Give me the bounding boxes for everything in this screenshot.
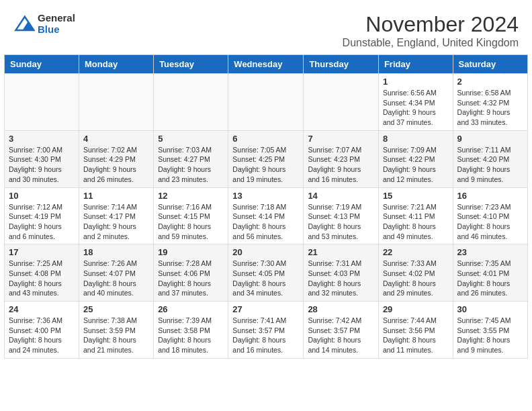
calendar-cell: 5Sunrise: 7:03 AM Sunset: 4:27 PM Daylig… bbox=[154, 130, 228, 187]
day-info: Sunrise: 7:33 AM Sunset: 4:02 PM Dayligh… bbox=[383, 259, 449, 298]
day-info: Sunrise: 7:28 AM Sunset: 4:06 PM Dayligh… bbox=[158, 259, 224, 298]
day-number: 12 bbox=[158, 191, 224, 201]
day-number: 14 bbox=[308, 191, 373, 201]
calendar-day-header: Sunday bbox=[5, 55, 79, 74]
day-number: 28 bbox=[308, 304, 373, 314]
calendar-cell: 19Sunrise: 7:28 AM Sunset: 4:06 PM Dayli… bbox=[154, 244, 228, 302]
calendar-table: SundayMondayTuesdayWednesdayThursdayFrid… bbox=[4, 54, 528, 359]
day-info: Sunrise: 7:21 AM Sunset: 4:11 PM Dayligh… bbox=[383, 202, 449, 242]
day-info: Sunrise: 7:11 AM Sunset: 4:20 PM Dayligh… bbox=[457, 145, 523, 185]
calendar-week-row: 17Sunrise: 7:25 AM Sunset: 4:08 PM Dayli… bbox=[5, 244, 528, 302]
day-info: Sunrise: 7:18 AM Sunset: 4:14 PM Dayligh… bbox=[232, 202, 299, 242]
day-number: 30 bbox=[457, 304, 523, 314]
calendar-cell bbox=[5, 74, 79, 131]
day-number: 7 bbox=[308, 134, 373, 144]
day-info: Sunrise: 7:00 AM Sunset: 4:30 PM Dayligh… bbox=[9, 145, 75, 185]
day-number: 20 bbox=[232, 247, 299, 257]
calendar-cell: 7Sunrise: 7:07 AM Sunset: 4:23 PM Daylig… bbox=[304, 130, 378, 187]
day-number: 10 bbox=[9, 191, 75, 201]
calendar-day-header: Thursday bbox=[304, 55, 378, 74]
calendar-cell bbox=[154, 74, 228, 131]
day-number: 18 bbox=[83, 247, 149, 257]
day-info: Sunrise: 7:09 AM Sunset: 4:22 PM Dayligh… bbox=[383, 145, 449, 185]
calendar-cell: 12Sunrise: 7:16 AM Sunset: 4:15 PM Dayli… bbox=[154, 187, 228, 244]
calendar-cell: 23Sunrise: 7:35 AM Sunset: 4:01 PM Dayli… bbox=[453, 244, 527, 302]
day-info: Sunrise: 6:58 AM Sunset: 4:32 PM Dayligh… bbox=[457, 88, 523, 128]
page-header: General Blue November 2024 Dunstable, En… bbox=[0, 0, 532, 54]
calendar-cell: 29Sunrise: 7:44 AM Sunset: 3:56 PM Dayli… bbox=[378, 302, 453, 359]
day-info: Sunrise: 7:44 AM Sunset: 3:56 PM Dayligh… bbox=[383, 316, 449, 355]
day-number: 26 bbox=[158, 304, 224, 314]
logo-blue: Blue bbox=[38, 24, 75, 35]
day-info: Sunrise: 7:14 AM Sunset: 4:17 PM Dayligh… bbox=[83, 202, 149, 242]
calendar-cell: 6Sunrise: 7:05 AM Sunset: 4:25 PM Daylig… bbox=[228, 130, 304, 187]
title-area: November 2024 Dunstable, England, United… bbox=[343, 12, 519, 49]
day-info: Sunrise: 7:35 AM Sunset: 4:01 PM Dayligh… bbox=[457, 259, 523, 298]
calendar-cell: 16Sunrise: 7:23 AM Sunset: 4:10 PM Dayli… bbox=[453, 187, 527, 244]
calendar-day-header: Saturday bbox=[453, 55, 527, 74]
day-info: Sunrise: 7:07 AM Sunset: 4:23 PM Dayligh… bbox=[308, 145, 373, 185]
calendar-cell bbox=[304, 74, 378, 131]
logo-general: General bbox=[38, 12, 75, 24]
day-info: Sunrise: 7:23 AM Sunset: 4:10 PM Dayligh… bbox=[457, 202, 523, 242]
day-info: Sunrise: 7:30 AM Sunset: 4:05 PM Dayligh… bbox=[232, 259, 299, 298]
logo-icon bbox=[13, 14, 35, 33]
day-number: 19 bbox=[158, 247, 224, 257]
calendar-cell: 11Sunrise: 7:14 AM Sunset: 4:17 PM Dayli… bbox=[79, 187, 154, 244]
day-number: 22 bbox=[383, 247, 449, 257]
day-number: 16 bbox=[457, 191, 523, 201]
calendar-cell: 27Sunrise: 7:41 AM Sunset: 3:57 PM Dayli… bbox=[228, 302, 304, 359]
calendar-cell bbox=[79, 74, 154, 131]
day-number: 9 bbox=[457, 134, 523, 144]
day-info: Sunrise: 7:12 AM Sunset: 4:19 PM Dayligh… bbox=[9, 202, 75, 242]
calendar-cell: 18Sunrise: 7:26 AM Sunset: 4:07 PM Dayli… bbox=[79, 244, 154, 302]
logo: General Blue bbox=[13, 12, 75, 35]
day-number: 15 bbox=[383, 191, 449, 201]
calendar-cell: 4Sunrise: 7:02 AM Sunset: 4:29 PM Daylig… bbox=[79, 130, 154, 187]
day-info: Sunrise: 7:45 AM Sunset: 3:55 PM Dayligh… bbox=[457, 316, 523, 355]
day-info: Sunrise: 7:19 AM Sunset: 4:13 PM Dayligh… bbox=[308, 202, 373, 242]
day-number: 24 bbox=[9, 304, 75, 314]
calendar-cell: 2Sunrise: 6:58 AM Sunset: 4:32 PM Daylig… bbox=[453, 74, 527, 131]
calendar-cell: 3Sunrise: 7:00 AM Sunset: 4:30 PM Daylig… bbox=[5, 130, 79, 187]
day-info: Sunrise: 7:42 AM Sunset: 3:57 PM Dayligh… bbox=[308, 316, 373, 355]
day-info: Sunrise: 7:26 AM Sunset: 4:07 PM Dayligh… bbox=[83, 259, 149, 298]
calendar-day-header: Friday bbox=[378, 55, 453, 74]
calendar-cell: 14Sunrise: 7:19 AM Sunset: 4:13 PM Dayli… bbox=[304, 187, 378, 244]
day-info: Sunrise: 7:05 AM Sunset: 4:25 PM Dayligh… bbox=[232, 145, 299, 185]
day-number: 1 bbox=[383, 77, 449, 87]
day-info: Sunrise: 7:02 AM Sunset: 4:29 PM Dayligh… bbox=[83, 145, 149, 185]
calendar-week-row: 10Sunrise: 7:12 AM Sunset: 4:19 PM Dayli… bbox=[5, 187, 528, 244]
calendar-cell: 15Sunrise: 7:21 AM Sunset: 4:11 PM Dayli… bbox=[378, 187, 453, 244]
day-info: Sunrise: 7:16 AM Sunset: 4:15 PM Dayligh… bbox=[158, 202, 224, 242]
day-info: Sunrise: 7:41 AM Sunset: 3:57 PM Dayligh… bbox=[232, 316, 299, 355]
day-number: 11 bbox=[83, 191, 149, 201]
calendar-header-row: SundayMondayTuesdayWednesdayThursdayFrid… bbox=[5, 55, 528, 74]
calendar-cell: 17Sunrise: 7:25 AM Sunset: 4:08 PM Dayli… bbox=[5, 244, 79, 302]
calendar-day-header: Tuesday bbox=[154, 55, 228, 74]
calendar-cell: 26Sunrise: 7:39 AM Sunset: 3:58 PM Dayli… bbox=[154, 302, 228, 359]
calendar-wrapper: SundayMondayTuesdayWednesdayThursdayFrid… bbox=[0, 54, 532, 363]
calendar-cell: 25Sunrise: 7:38 AM Sunset: 3:59 PM Dayli… bbox=[79, 302, 154, 359]
calendar-week-row: 24Sunrise: 7:36 AM Sunset: 4:00 PM Dayli… bbox=[5, 302, 528, 359]
month-title: November 2024 bbox=[343, 12, 519, 37]
calendar-cell: 9Sunrise: 7:11 AM Sunset: 4:20 PM Daylig… bbox=[453, 130, 527, 187]
day-number: 17 bbox=[9, 247, 75, 257]
day-number: 6 bbox=[232, 134, 299, 144]
day-number: 25 bbox=[83, 304, 149, 314]
calendar-week-row: 1Sunrise: 6:56 AM Sunset: 4:34 PM Daylig… bbox=[5, 74, 528, 131]
day-number: 27 bbox=[232, 304, 299, 314]
day-info: Sunrise: 7:39 AM Sunset: 3:58 PM Dayligh… bbox=[158, 316, 224, 355]
day-info: Sunrise: 7:36 AM Sunset: 4:00 PM Dayligh… bbox=[9, 316, 75, 355]
day-info: Sunrise: 7:03 AM Sunset: 4:27 PM Dayligh… bbox=[158, 145, 224, 185]
calendar-cell: 10Sunrise: 7:12 AM Sunset: 4:19 PM Dayli… bbox=[5, 187, 79, 244]
calendar-week-row: 3Sunrise: 7:00 AM Sunset: 4:30 PM Daylig… bbox=[5, 130, 528, 187]
calendar-cell: 28Sunrise: 7:42 AM Sunset: 3:57 PM Dayli… bbox=[304, 302, 378, 359]
calendar-cell: 21Sunrise: 7:31 AM Sunset: 4:03 PM Dayli… bbox=[304, 244, 378, 302]
day-number: 2 bbox=[457, 77, 523, 87]
calendar-cell: 22Sunrise: 7:33 AM Sunset: 4:02 PM Dayli… bbox=[378, 244, 453, 302]
calendar-day-header: Monday bbox=[79, 55, 154, 74]
day-number: 21 bbox=[308, 247, 373, 257]
day-info: Sunrise: 7:25 AM Sunset: 4:08 PM Dayligh… bbox=[9, 259, 75, 298]
location-title: Dunstable, England, United Kingdom bbox=[343, 37, 519, 49]
